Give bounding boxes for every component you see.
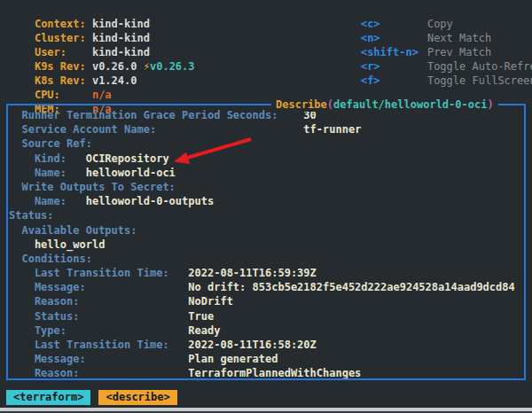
describe-line-kind: Kind:OCIRepository <box>9 152 524 166</box>
describe-line: Name:helloworld-0-outputs <box>9 194 524 208</box>
describe-line: hello_world <box>9 238 524 252</box>
describe-value: 2022-08-11T16:59:39Z <box>188 266 317 280</box>
describe-value: Plan generated <box>188 352 278 366</box>
describe-line: Last Transition Time:2022-08-11T16:59:39… <box>9 266 524 280</box>
cluster-info-row: Context:kind-kind <box>9 3 195 17</box>
shortcut-desc: Copy <box>427 18 453 30</box>
describe-key: Conditions: <box>21 253 91 265</box>
context-value: kind-kind <box>92 18 150 30</box>
describe-key: Kind: <box>35 152 66 165</box>
describe-line: Last Transition Time:2022-08-11T16:58:20… <box>9 338 524 352</box>
title-paren-open: ( <box>327 98 333 111</box>
cluster-info: Context:kind-kind Cluster:kind-kind User… <box>9 3 195 102</box>
shortcut-menu: <c>Copy <n>Next Match <shift-n>Prev Matc… <box>335 3 532 74</box>
shortcut-key: <r> <box>361 59 427 74</box>
describe-line: Name:helloworld-oci <box>9 166 524 180</box>
title-resource-name: default/helloworld-0-oci <box>333 98 487 111</box>
describe-key: Write Outputs To Secret: <box>21 181 175 193</box>
describe-key: Last Transition Time: <box>35 339 169 351</box>
describe-value: tf-runner <box>303 122 361 136</box>
context-label: Context: <box>35 17 92 31</box>
describe-key: Name: <box>35 195 66 207</box>
describe-key: Message: <box>35 353 86 365</box>
describe-key: Reason: <box>35 367 80 379</box>
describe-line: Status: <box>9 208 524 222</box>
describe-line: Reason:NoDrift <box>9 294 524 308</box>
describe-value: No drift: 853cb5e2182f5e452d222ae924528a… <box>188 280 514 294</box>
user-label: User: <box>35 45 92 59</box>
crumb-describe[interactable]: <describe> <box>98 390 176 405</box>
describe-key: Message: <box>35 281 86 293</box>
describe-key: Available Outputs: <box>21 224 137 237</box>
describe-value: TerraformPlannedWithChanges <box>188 366 361 380</box>
describe-key: Source Ref: <box>21 137 91 150</box>
describe-key: Last Transition Time: <box>35 267 169 279</box>
describe-line: Source Ref: <box>9 136 524 151</box>
describe-line: Conditions: <box>9 252 524 266</box>
describe-value: NoDrift <box>188 294 233 308</box>
describe-line: Available Outputs: <box>9 223 524 238</box>
shortcut-key: <c> <box>361 17 427 31</box>
title-paren-close: ) <box>487 98 493 111</box>
shortcut-desc: Next Match <box>427 32 491 44</box>
describe-line: Type:Ready <box>9 323 524 338</box>
describe-line: Message:Plan generated <box>9 352 524 366</box>
upgrade-version: v0.26.3 <box>150 60 195 73</box>
describe-panel[interactable]: Runner Termination Grace Period Seconds:… <box>6 104 526 380</box>
describe-panel-title: Describe(default/helloworld-0-oci) <box>271 97 498 112</box>
shortcut-key: <n> <box>361 31 427 45</box>
k9s-rev-value: v0.26.0 <box>92 60 137 73</box>
describe-value: True <box>188 309 214 323</box>
k8s-rev-label: K8s Rev: <box>35 74 92 88</box>
user-value: kind-kind <box>92 46 150 58</box>
shortcut-desc: Toggle FullScreen <box>427 74 532 87</box>
cluster-label: Cluster: <box>35 31 92 45</box>
describe-value: helloworld-0-outputs <box>86 194 215 208</box>
describe-key: Reason: <box>35 295 80 308</box>
describe-line: Write Outputs To Secret: <box>9 180 524 194</box>
crumb-bar: <terraform><describe> <box>6 390 185 405</box>
describe-line: Service Account Name:tf-runner <box>9 122 524 136</box>
describe-key: Status: <box>35 310 80 323</box>
cluster-value: kind-kind <box>92 32 150 44</box>
describe-key: Name: <box>35 167 66 179</box>
describe-key: Service Account Name: <box>21 123 156 136</box>
shortcut-desc: Toggle Auto-Refresh <box>427 60 532 73</box>
describe-value: 2022-08-11T16:58:20Z <box>188 338 317 352</box>
crumb-terraform[interactable]: <terraform> <box>6 390 90 405</box>
describe-line: Reason:TerraformPlannedWithChanges <box>9 366 524 380</box>
cpu-value: n/a <box>92 89 112 101</box>
cpu-label: CPU: <box>35 88 92 102</box>
describe-key: Status: <box>9 209 54 222</box>
describe-line: Message:No drift: 853cb5e2182f5e452d222a… <box>9 280 524 294</box>
describe-key: Runner Termination Grace Period Seconds: <box>21 109 278 121</box>
k9s-rev-label: K9s Rev: <box>35 59 92 74</box>
shortcut-desc: Prev Match <box>427 46 491 58</box>
upgrade-bolt-icon: ⚡ <box>144 60 150 73</box>
kind-value: OCIRepository <box>86 152 169 166</box>
describe-value: hello_world <box>35 238 105 252</box>
shortcut-row-copy[interactable]: <c>Copy <box>335 3 532 17</box>
describe-key: Type: <box>35 324 66 337</box>
describe-value: helloworld-oci <box>86 166 176 180</box>
describe-value: Ready <box>188 323 220 338</box>
shortcut-key: <shift-n> <box>361 45 427 59</box>
describe-line: Status:True <box>9 309 524 323</box>
k8s-rev-value: v1.24.0 <box>92 74 137 87</box>
describe-content: Runner Termination Grace Period Seconds:… <box>8 105 524 380</box>
shortcut-key: <f> <box>361 74 427 88</box>
title-command: Describe <box>276 98 327 111</box>
